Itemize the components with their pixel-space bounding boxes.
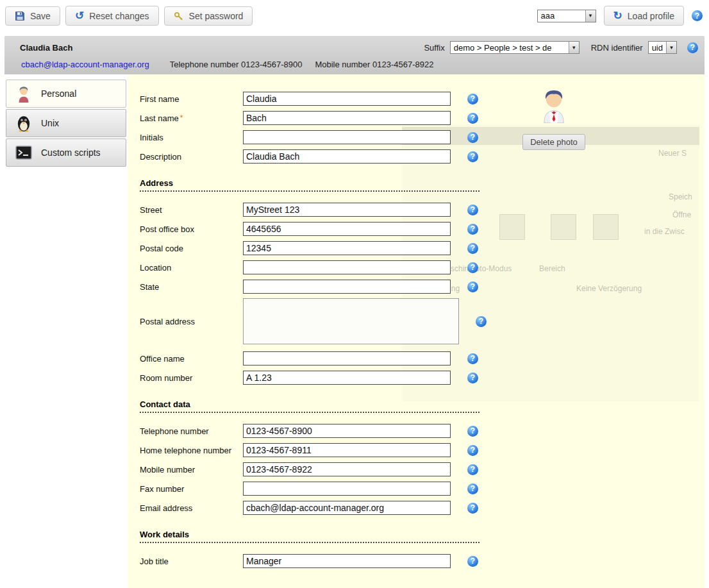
field-input-telephone-number[interactable]: [243, 424, 451, 438]
help-icon[interactable]: ?: [692, 10, 703, 21]
field-label-text: Fax number: [140, 484, 184, 494]
help-icon[interactable]: ?: [467, 483, 478, 494]
field-input-last-name[interactable]: [243, 111, 451, 125]
load-profile-button[interactable]: ↻ Load profile: [604, 6, 684, 26]
tab-custom-scripts[interactable]: Custom scripts: [6, 139, 126, 167]
profile-select[interactable]: aaa ▼: [537, 10, 596, 22]
field-label-text: Email address: [140, 503, 192, 513]
form-row: Telephone number?: [140, 423, 705, 439]
field-input-room-number[interactable]: [243, 371, 451, 385]
load-profile-label: Load profile: [628, 11, 674, 21]
help-icon[interactable]: ?: [467, 132, 478, 143]
field-label: First name: [140, 94, 243, 104]
set-password-button[interactable]: Set password: [164, 6, 253, 26]
dropdown-arrow-icon: ▼: [585, 10, 596, 22]
field-label: Postal code: [140, 244, 243, 253]
field-label-text: Location: [140, 263, 171, 273]
tab-unix[interactable]: Unix: [6, 109, 126, 137]
form-row: Home telephone number?: [140, 442, 705, 458]
field-input-email-address[interactable]: [243, 501, 451, 515]
reset-label: Reset changes: [89, 11, 149, 21]
field-label: Job title: [140, 557, 243, 566]
form-row: Location?: [140, 260, 705, 275]
field-label: Office name: [140, 354, 243, 364]
help-icon[interactable]: ?: [467, 113, 478, 124]
help-icon[interactable]: ?: [467, 556, 478, 567]
required-marker: *: [180, 113, 183, 122]
rdn-select[interactable]: uid ▼: [648, 41, 677, 54]
field-label: Location: [140, 263, 243, 273]
penguin-icon: [14, 113, 33, 133]
form-row: Last name*?: [140, 110, 705, 126]
account-header: Claudia Bach Suffix demo > People > test…: [4, 36, 705, 74]
help-icon[interactable]: ?: [467, 262, 478, 273]
form-row: Post office box?: [140, 221, 705, 237]
load-profile-icon: ↻: [613, 10, 622, 21]
field-label-text: Postal code: [140, 244, 183, 253]
help-icon[interactable]: ?: [467, 281, 478, 292]
help-icon[interactable]: ?: [476, 316, 487, 327]
delete-photo-button[interactable]: Delete photo: [522, 134, 585, 150]
field-input-fax-number[interactable]: [243, 482, 451, 496]
field-input-initials[interactable]: [243, 130, 451, 144]
save-button[interactable]: Save: [5, 6, 60, 26]
help-icon[interactable]: ?: [467, 94, 478, 105]
account-box: Claudia Bach Suffix demo > People > test…: [4, 36, 705, 588]
user-photo: [539, 86, 569, 126]
field-label-text: State: [140, 282, 159, 292]
field-label: Post office box: [140, 224, 243, 234]
field-input-postal-address[interactable]: [243, 298, 459, 344]
tab-personal[interactable]: Personal: [6, 80, 126, 108]
field-input-postal-code[interactable]: [243, 241, 451, 255]
field-label-text: Room number: [140, 373, 192, 383]
form-row: Postal address?: [140, 298, 705, 344]
dropdown-arrow-icon: ▼: [666, 42, 676, 53]
form-row: State?: [140, 279, 705, 294]
field-label-text: Office name: [140, 354, 185, 364]
field-label-text: Last name: [140, 113, 179, 123]
field-label-text: Initials: [140, 133, 163, 142]
help-icon[interactable]: ?: [467, 426, 478, 437]
help-icon[interactable]: ?: [467, 373, 478, 383]
person-icon: [14, 84, 33, 103]
section-title: Address: [140, 178, 480, 192]
account-header-row2: cbach@ldap-account-manager.org Telephone…: [12, 60, 698, 69]
field-input-post-office-box[interactable]: [243, 222, 451, 236]
form-row: Office name?: [140, 351, 705, 366]
field-label: Email address: [140, 503, 243, 513]
help-icon[interactable]: ?: [687, 42, 698, 53]
help-icon[interactable]: ?: [467, 205, 478, 215]
field-input-home-telephone-number[interactable]: [243, 443, 451, 457]
help-icon[interactable]: ?: [467, 503, 478, 514]
field-label-text: Postal address: [140, 317, 195, 326]
field-input-description[interactable]: [243, 149, 451, 164]
field-label-text: Street: [140, 205, 162, 215]
help-icon[interactable]: ?: [467, 243, 478, 254]
field-input-first-name[interactable]: [243, 92, 451, 106]
help-icon[interactable]: ?: [467, 464, 478, 475]
form-row: Room number?: [140, 370, 705, 385]
form-row: Mobile number?: [140, 462, 705, 477]
field-label-text: Job title: [140, 557, 169, 566]
field-input-office-name[interactable]: [243, 351, 451, 365]
reset-icon: ↺: [75, 10, 84, 21]
help-icon[interactable]: ?: [467, 445, 478, 456]
field-input-location[interactable]: [243, 260, 451, 274]
field-input-state[interactable]: [243, 280, 451, 294]
suffix-select[interactable]: demo > People > test > de ▼: [450, 41, 580, 54]
help-icon[interactable]: ?: [467, 151, 478, 162]
tab-list: PersonalUnixCustom scripts: [4, 74, 128, 588]
toolbar-right-group: aaa ▼ ↻ Load profile ?: [537, 6, 703, 26]
field-input-street[interactable]: [243, 203, 451, 217]
reset-changes-button[interactable]: ↺ Reset changes: [65, 6, 159, 26]
field-input-job-title[interactable]: [243, 554, 451, 568]
account-name: Claudia Bach: [20, 43, 72, 53]
tab-label: Personal: [41, 88, 76, 99]
form-row: Street?: [140, 202, 705, 217]
photo-block: Delete photo: [512, 86, 596, 150]
field-input-mobile-number[interactable]: [243, 462, 451, 476]
key-icon: [174, 11, 184, 21]
help-icon[interactable]: ?: [467, 224, 478, 235]
help-icon[interactable]: ?: [467, 353, 478, 364]
account-email-link[interactable]: cbach@ldap-account-manager.org: [21, 60, 149, 69]
